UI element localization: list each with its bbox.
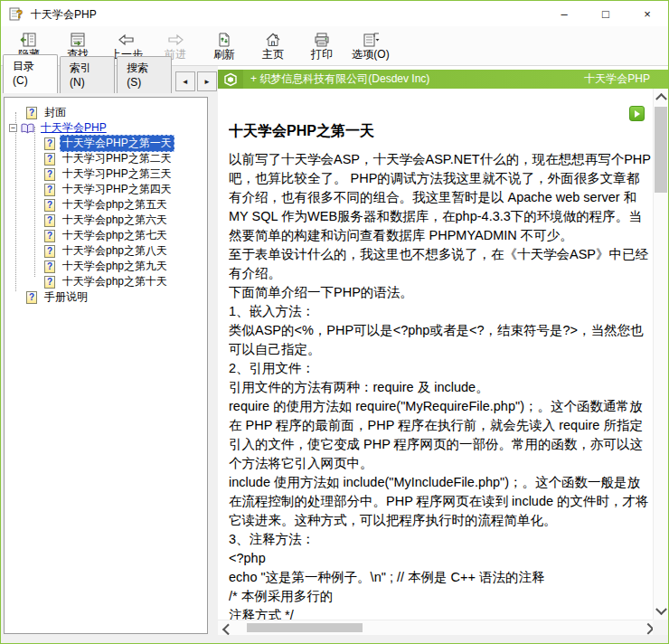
window-title: 十天学会PHP — [31, 7, 97, 23]
scroll-down-button[interactable] — [654, 604, 668, 620]
tab-contents[interactable]: 目录(C) — [3, 54, 58, 93]
contents-tree-panel: ?封面−十天学会PHP?十天学会PHP之第一天?十天学习PHP之第二天?十天学习… — [4, 97, 208, 634]
help-book-icon: ? — [9, 6, 24, 21]
article-line: /* 本例采用多行的 — [229, 587, 652, 606]
print-button[interactable]: 打印 — [297, 28, 346, 64]
options-icon — [360, 32, 382, 48]
article-line: 3、注释方法： — [229, 530, 652, 549]
help-topic-icon: ? — [44, 230, 55, 242]
help-topic-icon: ? — [44, 260, 55, 273]
tree-item[interactable]: ?十天学习PHP之第二天 — [5, 151, 207, 166]
tree-item[interactable]: −十天学会PHP — [5, 120, 207, 136]
options-button-label: 选项(O) — [352, 49, 389, 61]
close-button[interactable]: × — [627, 1, 668, 26]
article-line: 2、引用文件： — [229, 359, 652, 378]
horizontal-scroll-thumb[interactable] — [247, 623, 363, 632]
contents-tree: ?封面−十天学会PHP?十天学会PHP之第一天?十天学习PHP之第二天?十天学习… — [5, 98, 207, 305]
tree-item-label[interactable]: 手册说明 — [42, 289, 90, 306]
tree-item[interactable]: ?十天学会PHP之第一天 — [5, 136, 207, 151]
options-button[interactable]: 选项(O) — [346, 28, 395, 64]
tree-collapse-icon[interactable]: − — [9, 124, 17, 132]
article-line: 引用文件的方法有两种：require 及 include。 — [229, 378, 652, 397]
article-line: 类似ASP的<%，PHP可以是<?php或者是<?，结束符号是?>，当然您也可以… — [229, 321, 652, 359]
scroll-up-button[interactable] — [654, 89, 668, 104]
scrollbar-corner — [653, 620, 668, 635]
tree-item[interactable]: ?十天学习PHP之第四天 — [5, 182, 207, 197]
page-title: 十天学会PHP之第一天 — [229, 122, 652, 141]
forward-arrow-icon — [165, 32, 185, 48]
help-topic-icon: ? — [44, 184, 55, 196]
article-text: 以前写了十天学会ASP，十天学会ASP.NET什么的，现在想想再写个PHP吧，也… — [229, 150, 652, 620]
tree-item[interactable]: ?十天学会php之第八天 — [5, 243, 207, 259]
print-button-label: 打印 — [311, 49, 333, 61]
scroll-right-button[interactable] — [637, 620, 653, 635]
article-line: 以前写了十天学会ASP，十天学会ASP.NET什么的，现在想想再写个PHP吧，也… — [229, 150, 652, 245]
article-line: include 使用方法如 include("MyIncludeFile.php… — [229, 473, 652, 530]
title-bar: ? 十天学会PHP – □ × — [1, 1, 668, 26]
maximize-button[interactable]: □ — [585, 1, 627, 26]
tree-item[interactable]: ?封面 — [5, 105, 207, 120]
article-line: 1、嵌入方法： — [229, 302, 652, 321]
article-body: 十天学会PHP之第一天 以前写了十天学会ASP，十天学会ASP.NET什么的，现… — [229, 117, 652, 620]
help-topic-icon: ? — [26, 291, 37, 304]
help-topic-icon: ? — [44, 153, 55, 166]
article-line: 下面简单介绍一下PHP的语法。 — [229, 283, 652, 302]
help-topic-icon: ? — [44, 168, 55, 181]
tree-item[interactable]: ?十天学会php之第六天 — [5, 213, 207, 228]
back-arrow-icon — [117, 32, 137, 48]
tree-item[interactable]: ?十天学会php之第七天 — [5, 228, 207, 243]
article-line: <?php — [229, 549, 652, 568]
dedecms-logo-icon — [218, 70, 243, 89]
find-icon — [69, 32, 87, 48]
help-topic-icon: ? — [44, 245, 55, 258]
tab-search[interactable]: 搜索(S) — [117, 56, 171, 93]
content-pane: + 织梦信息科技有限公司(Desdev Inc) 十天学会PHP 十天学会PHP… — [218, 66, 668, 636]
refresh-icon — [215, 32, 233, 48]
banner-book-title: 十天学会PHP — [584, 71, 650, 87]
article-line: 注释方式 */ — [229, 606, 652, 620]
tree-item[interactable]: ?十天学会php之第五天 — [5, 197, 207, 213]
tab-index[interactable]: 索引(N) — [60, 56, 115, 93]
tree-item[interactable]: ?十天学会php之第九天 — [5, 259, 207, 274]
open-book-icon — [21, 123, 34, 134]
help-topic-icon: ? — [26, 107, 37, 119]
help-topic-icon: ? — [44, 199, 55, 212]
print-icon — [313, 32, 331, 48]
help-viewer-window: ? 十天学会PHP – □ × 隐藏 查找 — [0, 0, 669, 644]
help-topic-icon: ? — [44, 214, 55, 227]
home-icon — [264, 32, 282, 48]
refresh-button-label: 刷新 — [213, 49, 235, 61]
tree-item[interactable]: ?十天学习PHP之第三天 — [5, 166, 207, 182]
vertical-scroll-thumb[interactable] — [655, 107, 667, 193]
article-line: echo "这是第一种例子。\n" ; // 本例是 C++ 语法的注释 — [229, 568, 652, 587]
minimize-button[interactable]: – — [543, 1, 585, 26]
tab-bar: 目录(C) 索引(N) 搜索(S) ◄ ► — [3, 71, 217, 93]
vertical-scrollbar[interactable] — [653, 89, 668, 620]
tab-scroll-right-button[interactable]: ► — [197, 71, 217, 91]
article-line: 至于表单设计什么的，我这里也不想多说了，在《十天学会ASP》中已经有介绍。 — [229, 245, 652, 283]
topic-banner: + 织梦信息科技有限公司(Desdev Inc) 十天学会PHP — [218, 70, 668, 89]
home-button[interactable]: 主页 — [249, 28, 297, 64]
home-button-label: 主页 — [262, 49, 284, 61]
refresh-button[interactable]: 刷新 — [200, 28, 249, 64]
help-topic-icon: ? — [44, 137, 55, 150]
help-topic-icon: ? — [44, 276, 55, 289]
hide-panel-icon — [20, 32, 38, 48]
tree-item[interactable]: ?十天学会php之第十天 — [5, 274, 207, 289]
article-line: require 的使用方法如 require("MyRequireFile.ph… — [229, 397, 652, 473]
banner-company-link[interactable]: + 织梦信息科技有限公司(Desdev Inc) — [250, 71, 584, 87]
window-bottom-edge — [1, 635, 669, 644]
navigation-pane: 目录(C) 索引(N) 搜索(S) ◄ ► ?封面−十天学会PHP?十天学会PH… — [1, 66, 217, 636]
tab-scroll-left-button[interactable]: ◄ — [175, 71, 195, 91]
scroll-left-button[interactable] — [218, 620, 233, 635]
tree-item[interactable]: ?手册说明 — [5, 289, 207, 305]
svg-text:?: ? — [16, 8, 23, 21]
horizontal-scrollbar[interactable] — [218, 620, 653, 635]
